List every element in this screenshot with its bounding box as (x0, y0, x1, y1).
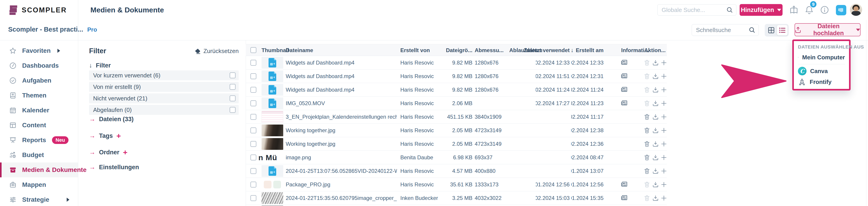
search-icon[interactable] (749, 27, 755, 33)
column-erstellt-von[interactable]: Erstellt von (400, 44, 430, 56)
file-thumbnail[interactable] (261, 57, 283, 69)
delete-icon[interactable] (644, 100, 650, 106)
row-checkbox[interactable] (250, 168, 256, 174)
usage-info-icon[interactable] (621, 182, 627, 188)
table-row[interactable]: 2024-01-22T15:35:50.620795image_cropper_… (246, 191, 667, 205)
search-icon[interactable] (726, 6, 733, 13)
sidebar-item-kalender[interactable]: Kalender (0, 103, 78, 118)
row-checkbox[interactable] (250, 60, 256, 66)
add-folder-icon[interactable]: + (123, 150, 127, 154)
checkbox[interactable] (230, 72, 236, 78)
user-avatar[interactable] (850, 4, 862, 16)
file-name[interactable]: Widgets auf Dashboard.mp4 (286, 83, 397, 97)
filter-option-expired[interactable]: Abgelaufen (0) (89, 105, 239, 115)
usage-info-icon[interactable] (621, 87, 627, 94)
table-row[interactable]: n Mü image.png Benita Daube 6.98 KB 693x… (246, 151, 667, 164)
menu-item-mein-computer[interactable]: Mein Computer (798, 52, 845, 63)
file-name[interactable]: Working together.jpg (286, 124, 397, 137)
sidebar-item-medien-dokumente[interactable]: Medien & Dokumente (0, 163, 78, 177)
row-checkbox[interactable] (250, 195, 256, 201)
add-icon[interactable] (661, 154, 667, 161)
sidebar-item-content[interactable]: Content (0, 118, 78, 133)
select-all-checkbox[interactable] (250, 47, 256, 53)
column-thumbnail[interactable]: Thumbnail (261, 44, 289, 56)
global-search[interactable] (657, 4, 737, 15)
checkbox[interactable] (230, 96, 236, 101)
usage-info-icon[interactable] (621, 100, 627, 107)
row-checkbox[interactable] (250, 141, 256, 147)
delete-icon[interactable] (644, 87, 650, 93)
sidebar-item-reports[interactable]: Reports Neu (0, 133, 78, 147)
sidebar-item-aufgaben[interactable]: Aufgaben (0, 73, 78, 88)
filter-section-ordner[interactable]: → Ordner + (89, 149, 127, 156)
file-thumbnail[interactable] (261, 98, 283, 109)
filter-reset-button[interactable]: Zurücksetzen (195, 47, 239, 55)
download-icon[interactable] (653, 87, 658, 93)
file-thumbnail[interactable] (261, 70, 283, 82)
delete-icon[interactable] (644, 195, 650, 201)
file-name[interactable]: 2024-01-22T15:35:50.620795image_cropper_… (286, 191, 397, 205)
column-dateigroesse[interactable]: Dateigrö... (445, 44, 472, 56)
filter-option-recently-used[interactable]: Vor kurzem verwendet (6) (89, 70, 239, 80)
filter-group-toggle[interactable]: ↓ Filter (89, 62, 111, 69)
column-dateiname[interactable]: Dateiname (286, 44, 313, 56)
row-checkbox[interactable] (250, 87, 256, 93)
menu-item-canva[interactable]: C Canva (798, 66, 845, 76)
intercom-chat-icon[interactable] (836, 5, 846, 15)
quick-search-input[interactable] (692, 27, 749, 34)
add-icon[interactable] (661, 168, 667, 174)
file-thumbnail[interactable] (261, 111, 283, 123)
workspace-selector[interactable]: Scompler - Best practi... Pro (8, 26, 97, 33)
file-name[interactable]: Working together.jpg (286, 137, 397, 151)
usage-info-icon[interactable] (621, 73, 627, 80)
download-icon[interactable] (653, 168, 658, 174)
table-row[interactable]: 2024-01-25T13:07:56.052865VID-20240122-W… (246, 164, 667, 178)
sidebar-item-themen[interactable]: Themen (0, 88, 78, 103)
sidebar-item-favoriten[interactable]: Favoriten (0, 43, 78, 58)
menu-item-frontify[interactable]: Frontify (798, 76, 845, 87)
row-checkbox[interactable] (250, 114, 256, 120)
file-name[interactable]: image.png (286, 151, 397, 164)
row-checkbox[interactable] (250, 128, 256, 133)
sidebar-item-mappen[interactable]: Mappen (0, 177, 78, 192)
upload-files-button[interactable]: Dateien hochladen (795, 23, 861, 36)
download-icon[interactable] (653, 154, 658, 161)
delete-icon[interactable] (644, 114, 650, 120)
delete-icon[interactable] (644, 73, 650, 79)
filter-section-dateien[interactable]: → Dateien (33) (89, 115, 133, 123)
file-name[interactable]: IMG_0520.MOV (286, 97, 397, 110)
add-button[interactable]: Hinzufügen (740, 4, 782, 16)
checkbox[interactable] (230, 107, 236, 113)
row-checkbox[interactable] (250, 73, 256, 79)
column-abmessungen[interactable]: Abmessu... (475, 44, 504, 56)
download-icon[interactable] (653, 60, 658, 66)
sidebar-item-budget[interactable]: Budget (0, 147, 78, 163)
row-checkbox[interactable] (250, 100, 256, 106)
row-checkbox[interactable] (250, 182, 256, 187)
filter-section-tags[interactable]: → Tags + (89, 132, 121, 139)
filter-option-created-by-me[interactable]: Von mir erstellt (9) (89, 82, 239, 92)
sidebar-item-dashboards[interactable]: Dashboards (0, 58, 78, 73)
handbook-icon[interactable] (789, 5, 799, 15)
file-name[interactable]: Widgets auf Dashboard.mp4 (286, 56, 397, 69)
table-row[interactable]: Working together.jpg Haris Resovic 2.05 … (246, 124, 667, 137)
column-erstellt-am[interactable]: ↓ Erstellt am (569, 44, 603, 56)
download-icon[interactable] (653, 182, 658, 187)
file-thumbnail[interactable] (261, 138, 283, 150)
quick-search[interactable] (692, 24, 759, 36)
file-thumbnail[interactable] (261, 179, 283, 191)
download-icon[interactable] (653, 128, 658, 133)
file-name[interactable] (286, 205, 397, 206)
delete-icon[interactable] (644, 141, 650, 147)
file-name[interactable]: Package_PRO.jpg (286, 178, 397, 191)
delete-icon[interactable] (644, 154, 650, 161)
download-icon[interactable] (653, 195, 658, 201)
delete-icon[interactable] (644, 168, 650, 174)
table-row[interactable]: Widgets auf Dashboard.mp4 Haris Resovic … (246, 83, 667, 97)
file-name[interactable]: 2024-01-25T13:07:56.052865VID-20240122-W… (286, 164, 397, 178)
table-row[interactable]: IMG_0520.MOV Haris Resovic 2.06 MB 23.02… (246, 97, 667, 110)
file-thumbnail[interactable] (261, 192, 283, 204)
file-name[interactable]: 3_EN_Projektplan_Kalendereinstellungen r… (286, 110, 397, 124)
add-icon[interactable] (661, 114, 667, 120)
add-icon[interactable] (661, 100, 667, 106)
